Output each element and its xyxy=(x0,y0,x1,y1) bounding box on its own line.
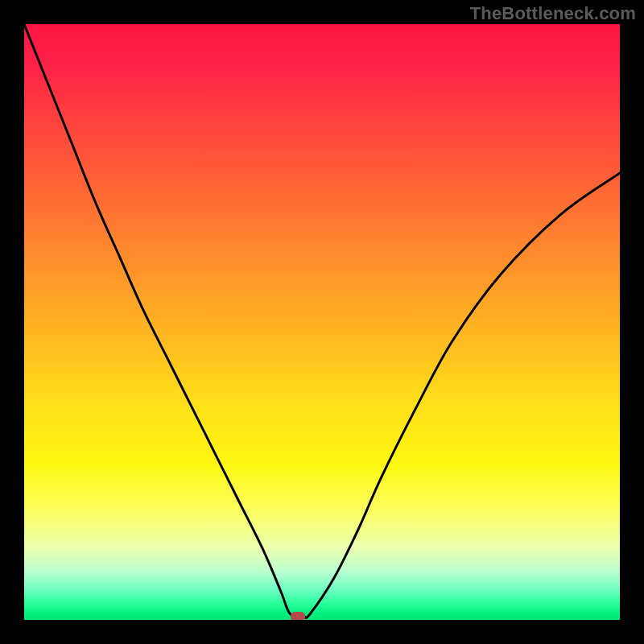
minimum-marker-icon xyxy=(291,612,305,620)
bottleneck-curve xyxy=(24,24,620,617)
watermark-text: TheBottleneck.com xyxy=(470,3,636,24)
curve-svg xyxy=(24,24,620,620)
plot-area xyxy=(24,24,620,620)
chart-container: TheBottleneck.com xyxy=(0,0,644,644)
